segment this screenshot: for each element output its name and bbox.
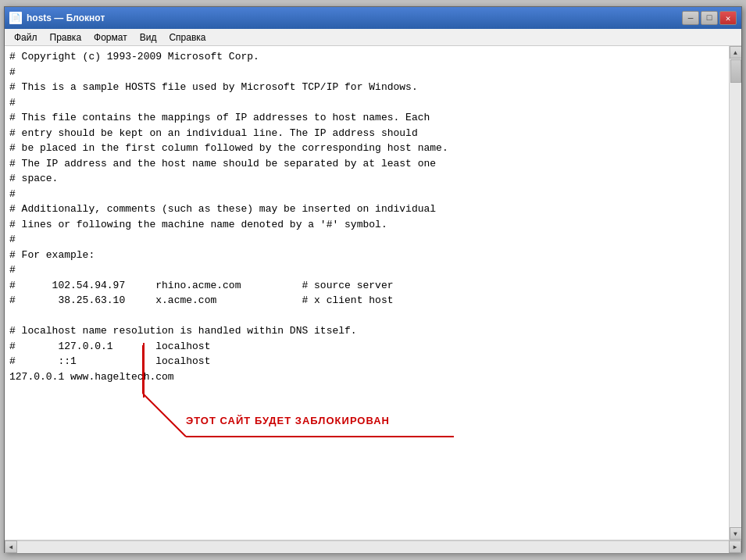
bottom-area: ◄ ► xyxy=(5,540,741,552)
menu-view[interactable]: Вид xyxy=(134,30,163,45)
text-editor[interactable]: # Copyright (c) 1993-2009 Microsoft Corp… xyxy=(5,46,729,540)
menu-help[interactable]: Справка xyxy=(162,30,212,45)
horizontal-scrollbar[interactable]: ◄ ► xyxy=(5,540,741,553)
title-bar-left: 📄 hosts — Блокнот xyxy=(9,12,105,24)
maximize-button[interactable]: □ xyxy=(701,11,718,25)
vertical-scrollbar[interactable]: ▲ ▼ xyxy=(729,46,741,540)
scroll-right-button[interactable]: ► xyxy=(729,540,741,553)
menu-format[interactable]: Формат xyxy=(87,30,134,45)
content-area: # Copyright (c) 1993-2009 Microsoft Corp… xyxy=(5,46,741,540)
menu-bar: Файл Правка Формат Вид Справка xyxy=(5,29,741,46)
h-scroll-track[interactable] xyxy=(17,541,729,552)
menu-file[interactable]: Файл xyxy=(8,30,44,45)
scroll-up-button[interactable]: ▲ xyxy=(730,46,742,59)
scroll-left-button[interactable]: ◄ xyxy=(5,540,17,553)
scroll-thumb[interactable] xyxy=(730,59,741,83)
scroll-down-button[interactable]: ▼ xyxy=(730,527,742,540)
minimize-button[interactable]: — xyxy=(682,11,699,25)
title-bar-buttons: — □ ✕ xyxy=(682,11,737,25)
window-title: hosts — Блокнот xyxy=(27,12,105,23)
app-icon: 📄 xyxy=(9,12,22,24)
scroll-track[interactable] xyxy=(730,59,741,527)
menu-edit[interactable]: Правка xyxy=(44,30,88,45)
notepad-window: 📄 hosts — Блокнот — □ ✕ Файл Правка Форм… xyxy=(4,6,742,553)
close-button[interactable]: ✕ xyxy=(719,11,737,25)
title-bar: 📄 hosts — Блокнот — □ ✕ xyxy=(5,7,741,29)
